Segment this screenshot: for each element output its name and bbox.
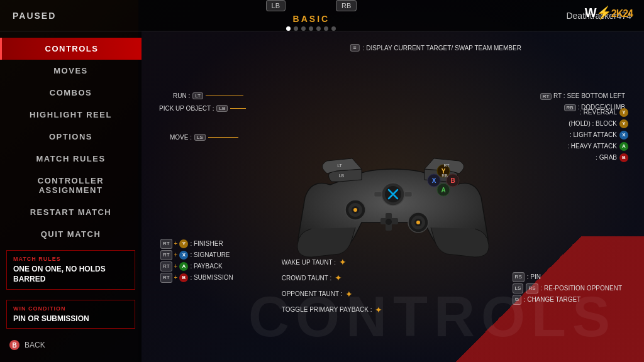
lower-right-labels: RS : PIN LS RS : RE-POSITION OPPONENT ⧉ …	[513, 272, 622, 305]
paused-label: PAUSED	[13, 11, 56, 21]
svg-text:LB: LB	[338, 173, 344, 178]
heavy-attack-text: : HEAVY ATTACK	[567, 141, 617, 152]
svg-text:RT: RT	[443, 163, 450, 168]
svg-point-20	[386, 219, 392, 225]
wwe-logo: W⚡2K24	[585, 5, 633, 20]
sidebar-item-restart-match[interactable]: RESTART MATCH	[0, 201, 142, 223]
rs-icon: RS	[513, 272, 525, 282]
svg-text:B: B	[450, 177, 455, 184]
signature-row: RT + X : SIGNATURE	[160, 250, 233, 261]
tab-dot-1[interactable]	[286, 26, 291, 31]
toggle-payback-row: TOGGLE PRIMARY PAYBACK : ✦	[282, 302, 383, 318]
tab-dot-7[interactable]	[331, 26, 336, 31]
match-rules-box: MATCH RULES ONE ON ONE, NO HOLDS BARRED	[6, 250, 135, 290]
a-payback: A	[179, 262, 188, 271]
finisher-row: RT + Y : FINISHER	[160, 238, 233, 250]
lt-icon: LT	[192, 92, 203, 99]
lb-trigger[interactable]: LB	[266, 0, 286, 11]
reversal-row: : REVERSAL Y	[567, 107, 628, 118]
tab-dot-3[interactable]	[301, 26, 306, 31]
opponent-taunt-row: OPPONENT TAUNT : ✦	[282, 287, 383, 302]
rb-trigger[interactable]: RB	[336, 0, 357, 11]
plus4: +	[174, 272, 178, 283]
sidebar-item-controller-assignment[interactable]: CONTROLLER ASSIGNMENT	[0, 170, 142, 201]
dpad-icon1: ✦	[339, 255, 347, 270]
active-tab-label: BASIC	[293, 14, 330, 24]
light-attack-row: : LIGHT ATTACK X	[567, 129, 628, 141]
wake-taunt-text: WAKE UP TAUNT :	[282, 257, 336, 268]
submission-row: RT + B : SUBMISSION	[160, 272, 233, 283]
button-labels-right: : REVERSAL Y (HOLD) : BLOCK Y : LIGHT AT…	[567, 107, 628, 163]
block-text: (HOLD) : BLOCK	[569, 118, 617, 129]
win-condition-box: WIN CONDITION PIN OR SUBMISSION	[6, 300, 135, 329]
reposition-row: LS RS : RE-POSITION OPPONENT	[513, 283, 622, 294]
sidebar-item-options[interactable]: OPTIONS	[0, 126, 142, 148]
win-condition-title: WIN CONDITION	[13, 305, 128, 312]
dpad-icon2: ✦	[335, 270, 342, 286]
top-bar: PAUSED LB RB BASIC Deathtracker474	[0, 0, 644, 31]
svg-text:RB: RB	[441, 173, 448, 178]
block-row: (HOLD) : BLOCK Y	[567, 118, 628, 129]
pickup-text: PICK UP OBJECT :	[159, 105, 214, 112]
opponent-taunt-text: OPPONENT TAUNT :	[282, 288, 343, 300]
run-line	[206, 96, 243, 96]
view-btn: ⧉	[513, 295, 521, 305]
svg-text:X: X	[431, 177, 436, 184]
back-label: BACK	[25, 341, 45, 349]
crowd-taunt-row: CROWD TAUNT : ✦	[282, 270, 383, 286]
plus2: +	[174, 250, 178, 261]
rt-combo4: RT	[160, 273, 172, 283]
match-rules-title: MATCH RULES	[13, 256, 128, 262]
change-target-text: : CHANGE TARGET	[524, 294, 581, 305]
tab-dot-2[interactable]	[294, 26, 298, 31]
pin-text: : PIN	[527, 272, 541, 283]
plus3: +	[174, 261, 178, 272]
sidebar-item-controls[interactable]: CONTROLS	[0, 38, 142, 60]
svg-point-21	[353, 208, 357, 212]
grab-text: : GRAB	[596, 152, 617, 163]
run-text: RUN :	[173, 92, 190, 99]
svg-text:LT: LT	[337, 163, 342, 168]
display-target-label: : DISPLAY CURRENT TARGET/ SWAP TEAM MEMB…	[363, 45, 521, 52]
y-finisher: Y	[179, 239, 188, 248]
move-line	[208, 137, 238, 138]
finisher-text: : FINISHER	[190, 238, 223, 250]
rt-combo2: RT	[160, 250, 172, 260]
y-hold-icon: Y	[619, 119, 628, 128]
change-target-row: ⧉ : CHANGE TARGET	[513, 294, 622, 305]
svg-text:A: A	[441, 187, 445, 194]
back-button[interactable]: B BACK	[0, 334, 142, 356]
a-button-icon: A	[619, 142, 628, 151]
payback-text: : PAYBACK	[190, 261, 222, 272]
plus1: +	[174, 238, 178, 250]
sidebar-item-moves[interactable]: MOVES	[0, 60, 142, 82]
sidebar-item-highlight-reel[interactable]: HIGHLIGHT REEL	[0, 104, 142, 126]
x-button-icon: X	[619, 131, 628, 140]
sidebar: CONTROLS MOVES COMBOS HIGHLIGHT REEL OPT…	[0, 31, 142, 362]
signature-text: : SIGNATURE	[190, 250, 230, 261]
pin-row: RS : PIN	[513, 272, 622, 283]
tab-dots	[286, 26, 336, 31]
payback-row: RT + A : PAYBACK	[160, 261, 233, 272]
sidebar-item-match-rules[interactable]: MATCH RULES	[0, 148, 142, 170]
tab-dot-5[interactable]	[316, 26, 321, 31]
ls-icon: LS	[194, 134, 206, 141]
sidebar-item-combos[interactable]: COMBOS	[0, 82, 142, 104]
dpad-icon4: ✦	[375, 302, 382, 318]
grab-row: : GRAB B	[567, 152, 628, 163]
tab-dot-4[interactable]	[309, 26, 313, 31]
tab-dot-6[interactable]	[324, 26, 328, 31]
view-btn-icon: ≡	[350, 44, 359, 52]
svg-point-22	[416, 221, 420, 224]
dpad-icon3: ✦	[345, 287, 353, 302]
sidebar-item-quit-match[interactable]: QUIT MATCH	[0, 223, 142, 245]
win-condition-text: PIN OR SUBMISSION	[13, 314, 128, 323]
svg-rect-2	[374, 192, 382, 197]
rt-icon: RT	[540, 93, 552, 100]
tab-area: LB RB BASIC	[266, 0, 357, 31]
y-button-icon: Y	[619, 108, 628, 117]
reversal-text: : REVERSAL	[580, 107, 617, 118]
dpad-labels: WAKE UP TAUNT : ✦ CROWD TAUNT : ✦ OPPONE…	[282, 255, 383, 318]
rt-text: RT : SEE BOTTOM LEFT	[553, 92, 625, 99]
rt-combo: RT	[160, 239, 172, 249]
